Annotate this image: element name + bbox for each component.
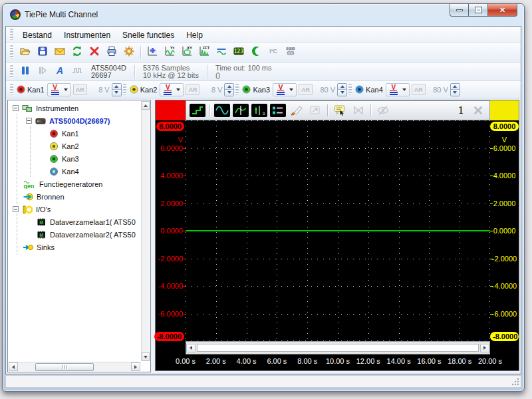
tree-vertical-scrollbar[interactable]	[141, 101, 150, 361]
toolbar-grip[interactable]	[10, 65, 13, 78]
plot-horizontal-scrollbar[interactable]	[186, 341, 490, 354]
plot-area[interactable]	[186, 120, 490, 341]
arrow-up-icon	[340, 85, 344, 88]
close-button[interactable]: ✕	[487, 4, 517, 17]
tree-item-kan2[interactable]: Kan2	[9, 140, 140, 152]
step-up-button[interactable]	[225, 84, 233, 90]
menu-snelle-functies[interactable]: Snelle functies	[116, 29, 180, 42]
scroll-left-button[interactable]	[9, 362, 18, 371]
step-up-button[interactable]	[451, 84, 460, 90]
menu-bestand[interactable]: Bestand	[17, 29, 58, 42]
display-123-button[interactable]: 123	[230, 45, 247, 61]
tree-item-bronnen[interactable]: Bronnen	[9, 190, 140, 203]
step-up-button[interactable]	[112, 84, 121, 90]
collapse-toggle[interactable]	[26, 118, 32, 124]
scroll-right-button[interactable]	[131, 362, 140, 371]
step-down-button[interactable]	[225, 90, 233, 96]
tree-horizontal-scrollbar[interactable]	[9, 362, 140, 371]
delete-icon	[88, 45, 100, 60]
left-axis-header[interactable]	[156, 100, 186, 120]
coupling-dropdown[interactable]: V	[273, 83, 297, 96]
range-stepper[interactable]	[450, 83, 460, 96]
meter-button[interactable]	[213, 45, 230, 61]
tree-item-functiegeneratoren[interactable]: genFunctiegeneratoren	[9, 178, 140, 190]
coupling-dropdown[interactable]: V	[160, 83, 184, 96]
serial-monitor-button[interactable]: 00II0	[282, 45, 299, 61]
range-stepper[interactable]	[337, 83, 347, 96]
tree-item-instrumenten[interactable]: Instrumenten	[9, 102, 140, 114]
minimize-button[interactable]	[450, 4, 469, 17]
send-email-button[interactable]	[51, 45, 68, 61]
settings-button[interactable]	[120, 45, 138, 61]
resize-grip[interactable]	[511, 378, 519, 386]
signal-zero-button[interactable]: 0	[251, 103, 268, 118]
tree-item-label: Kan4	[62, 168, 79, 176]
menu-help[interactable]: Help	[180, 29, 209, 42]
gridline	[186, 148, 490, 149]
step-down-button[interactable]	[338, 90, 346, 96]
toolbar-grip[interactable]	[123, 84, 126, 96]
paintbrush-button[interactable]	[288, 103, 305, 118]
callout-label-button[interactable]	[331, 103, 348, 118]
timeout-info: Time out: 100 ms ()	[210, 65, 277, 79]
range-stepper[interactable]	[112, 83, 122, 96]
tree-item-kan1[interactable]: Kan1	[9, 127, 140, 140]
close-graph-button[interactable]	[469, 103, 487, 118]
pause-button[interactable]	[17, 64, 34, 80]
tree-item-ats5004d-26697[interactable]: ATS5004D(26697)	[9, 114, 140, 127]
graph-fft-button[interactable]: FFT	[196, 45, 213, 61]
arrow-up-icon	[114, 85, 118, 88]
main-area: InstrumentenATS5004D(26697)Kan1Kan2Kan3K…	[6, 98, 521, 372]
open-file-button[interactable]	[17, 45, 34, 61]
menu-instrumenten[interactable]: Instrumenten	[58, 29, 116, 42]
collapse-toggle[interactable]	[13, 206, 19, 212]
collapse-toggle[interactable]	[13, 105, 19, 111]
graph-xy-button[interactable]: XY	[178, 45, 196, 61]
delete-button[interactable]	[86, 45, 103, 61]
tree-item-kan3[interactable]: Kan3	[9, 152, 140, 165]
signal-step-button[interactable]	[189, 103, 206, 118]
save-button[interactable]	[34, 45, 51, 61]
range-stepper[interactable]	[224, 83, 234, 96]
graph-yt-button[interactable]: Yt	[161, 45, 178, 61]
print-button[interactable]	[103, 45, 120, 61]
maximize-button[interactable]	[469, 4, 487, 17]
scroll-left-button[interactable]	[186, 344, 196, 352]
signal-envelope-button[interactable]	[232, 103, 249, 118]
hide-eye-button	[374, 103, 392, 118]
toolbar-grip[interactable]	[10, 45, 13, 59]
coupling-dropdown[interactable]: V	[386, 83, 410, 96]
coupling-dropdown[interactable]: V	[47, 83, 71, 96]
tree-item-kan4[interactable]: Kan4	[9, 165, 140, 178]
right-axis-header[interactable]	[490, 100, 519, 120]
tree-item-i-o-s[interactable]: I/O's	[9, 203, 140, 215]
separator	[209, 104, 210, 116]
step-up-button[interactable]	[338, 84, 346, 90]
scroll-up-button[interactable]	[142, 101, 150, 110]
signal-sine-button[interactable]	[213, 103, 231, 118]
toolbar-grip[interactable]	[235, 84, 239, 96]
channel-display-icon	[270, 104, 286, 117]
scroll-down-button[interactable]	[142, 352, 150, 361]
window-controls: ✕	[450, 4, 517, 17]
step-down-button[interactable]	[112, 90, 121, 96]
toolbar-grip[interactable]	[348, 84, 352, 96]
tree-item-dataverzamelaar2-ats50[interactable]: MDataverzamelaar2( ATS50	[9, 228, 140, 241]
instrument-serial: 26697	[91, 72, 126, 79]
channel-display-button[interactable]	[269, 103, 287, 118]
arrow-down-icon	[144, 356, 148, 358]
autorange-button[interactable]: A	[51, 64, 68, 80]
titlebar[interactable]: TiePie Multi Channel ✕	[3, 4, 524, 25]
add-graph-button[interactable]	[144, 45, 161, 61]
step-down-button[interactable]	[451, 90, 460, 96]
menubar-grip[interactable]	[10, 29, 13, 39]
i2c-button[interactable]: I²C	[265, 45, 282, 61]
tree-item-dataverzamelaar1-ats50[interactable]: MDataverzamelaar1( ATS50	[9, 215, 140, 228]
crescent-button[interactable]	[247, 45, 265, 61]
scrollbar-thumb[interactable]	[35, 363, 94, 371]
tree-item-sinks[interactable]: Sinks	[9, 241, 140, 253]
toolbar-grip[interactable]	[10, 84, 13, 96]
refresh-button[interactable]	[68, 45, 86, 61]
scrollbar-track[interactable]	[197, 344, 479, 352]
scroll-right-button[interactable]	[480, 344, 489, 352]
